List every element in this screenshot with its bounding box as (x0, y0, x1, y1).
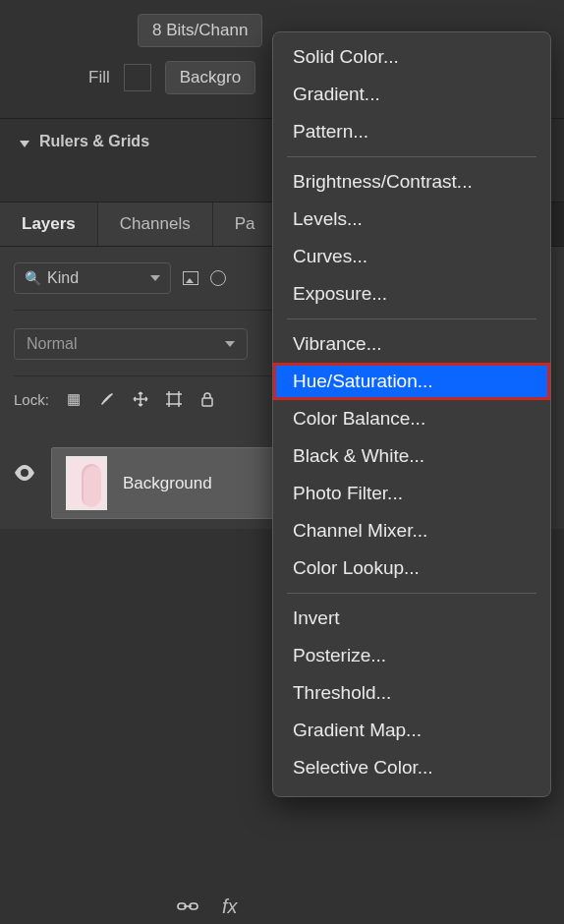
image-filter-icon[interactable] (183, 271, 198, 285)
background-color-dropdown[interactable]: Backgro (165, 61, 255, 94)
bits-per-channel-dropdown[interactable]: 8 Bits/Chann (138, 14, 262, 47)
menu-separator (287, 156, 536, 157)
menu-posterize[interactable]: Posterize... (273, 637, 550, 674)
menu-selective-color[interactable]: Selective Color... (273, 749, 550, 786)
tab-paths[interactable]: Pa (213, 202, 278, 246)
layer-item-background[interactable]: Background (51, 447, 307, 519)
lock-brush-icon[interactable] (98, 390, 116, 408)
blend-mode-dropdown[interactable]: Normal (14, 328, 248, 360)
adjustment-layer-menu: Solid Color... Gradient... Pattern... Br… (272, 31, 551, 797)
menu-invert[interactable]: Invert (273, 600, 550, 637)
chevron-down-icon (150, 275, 160, 281)
menu-exposure[interactable]: Exposure... (273, 275, 550, 313)
menu-separator (287, 593, 536, 594)
menu-pattern[interactable]: Pattern... (273, 113, 550, 150)
menu-separator (287, 318, 536, 319)
layer-filter-kind-dropdown[interactable]: 🔍 Kind (14, 262, 171, 294)
tab-channels[interactable]: Channels (98, 202, 213, 246)
layer-thumbnail (66, 456, 107, 510)
lock-artboard-icon[interactable] (165, 390, 183, 408)
menu-brightness-contrast[interactable]: Brightness/Contrast... (273, 163, 550, 201)
menu-threshold[interactable]: Threshold... (273, 674, 550, 712)
fx-icon[interactable]: fx (222, 895, 238, 918)
tab-layers[interactable]: Layers (0, 202, 98, 246)
blend-mode-value: Normal (27, 335, 78, 353)
fill-label: Fill (88, 68, 110, 87)
lock-move-icon[interactable] (132, 390, 149, 408)
menu-color-lookup[interactable]: Color Lookup... (273, 549, 550, 587)
fill-swatch[interactable] (124, 64, 151, 91)
menu-vibrance[interactable]: Vibrance... (273, 325, 550, 363)
menu-curves[interactable]: Curves... (273, 238, 550, 275)
menu-channel-mixer[interactable]: Channel Mixer... (273, 512, 550, 549)
chevron-down-icon (225, 341, 235, 347)
link-layers-icon[interactable] (177, 895, 198, 918)
menu-hue-saturation[interactable]: Hue/Saturation... (273, 363, 550, 400)
chevron-down-icon (20, 141, 29, 147)
lock-label: Lock: (14, 391, 49, 408)
svg-rect-0 (169, 394, 179, 404)
search-icon: 🔍 (25, 270, 41, 286)
svg-point-2 (23, 471, 27, 475)
lock-all-icon[interactable] (198, 390, 216, 408)
rulers-grids-label: Rulers & Grids (39, 133, 149, 150)
menu-black-white[interactable]: Black & White... (273, 437, 550, 475)
layer-name: Background (123, 474, 212, 493)
layer-visibility-eye-icon[interactable] (14, 465, 35, 486)
kind-label: Kind (47, 269, 79, 287)
svg-rect-1 (202, 398, 212, 406)
lock-transparency-icon[interactable]: ▦ (65, 390, 83, 408)
menu-gradient[interactable]: Gradient... (273, 76, 550, 113)
menu-photo-filter[interactable]: Photo Filter... (273, 475, 550, 512)
menu-color-balance[interactable]: Color Balance... (273, 400, 550, 437)
menu-gradient-map[interactable]: Gradient Map... (273, 712, 550, 749)
menu-solid-color[interactable]: Solid Color... (273, 38, 550, 76)
adjustment-filter-icon[interactable] (210, 270, 226, 286)
menu-levels[interactable]: Levels... (273, 201, 550, 238)
